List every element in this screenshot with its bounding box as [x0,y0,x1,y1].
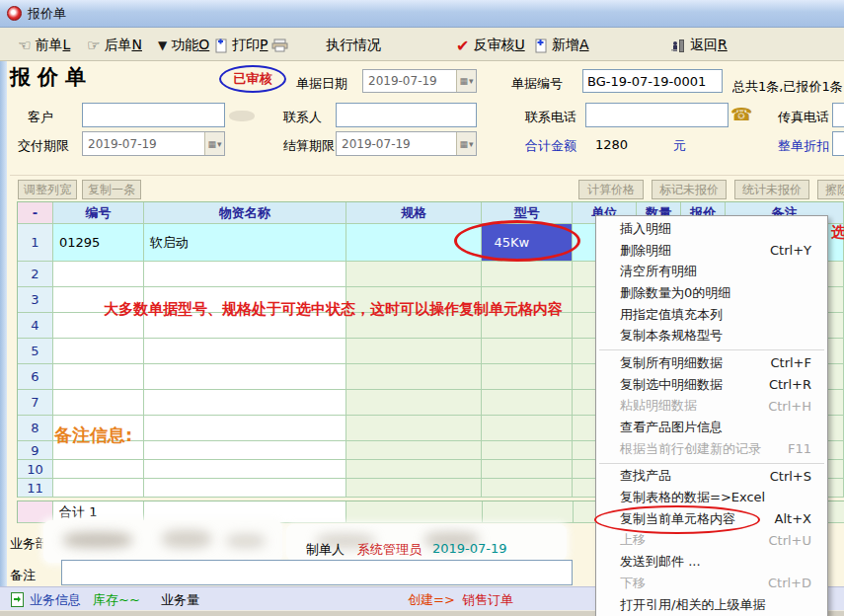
cell-r11-c1[interactable] [53,479,144,498]
menu-item-6[interactable]: 复制所有明细数据Ctrl+F [596,352,827,374]
exit-door-icon [671,38,686,53]
calendar-dropdown-icon[interactable]: ▦▾ [204,132,224,155]
exec-status-button[interactable]: 执行情况 [326,36,381,55]
cell-r9-c3[interactable] [346,441,483,460]
cell-r7-c4[interactable] [482,390,573,416]
column-header-4[interactable]: 型号 [482,202,573,224]
doc-no-input[interactable] [582,69,723,93]
cell-r10-c4[interactable] [482,460,573,479]
menu-item-13[interactable]: 复制当前单元格内容Alt+X [596,508,827,530]
cell-r6-c4[interactable] [482,364,573,390]
functions-button[interactable]: ▼ 功能O [158,36,209,55]
customer-input[interactable] [82,103,225,127]
row-number: 6 [18,364,53,390]
menu-item-1[interactable]: 删除明细Ctrl+Y [596,240,827,262]
cell-r10-c3[interactable] [346,460,483,479]
phone-input[interactable] [585,103,729,127]
status-create[interactable]: 创建=> [408,591,455,609]
menu-item-9[interactable]: 查看产品图片信息 [596,417,827,438]
grid-button-right-1[interactable]: 标记未报价 [652,180,727,199]
cell-r8-c3[interactable] [346,416,483,441]
menu-item-15[interactable]: 发送到邮件 ... [596,551,827,573]
cell-r6-c2[interactable] [144,364,346,390]
total-amount-label: 合计金额 [525,137,576,155]
cell-r6-c3[interactable] [346,364,483,390]
menu-item-2[interactable]: 清空所有明细 [596,261,827,282]
settle-date-picker[interactable]: 2019-07-19 ▦▾ [336,131,477,156]
cell-r2-c4[interactable] [482,262,573,287]
status-sales-order[interactable]: 销售订单 [462,591,513,609]
unaudit-button[interactable]: ✔ 反审核U [456,36,525,55]
row-number: 3 [18,287,53,313]
print-button[interactable]: 打印P [215,36,288,55]
menu-item-12[interactable]: 复制表格的数据=>Excel [596,487,827,508]
status-volume[interactable]: 业务量 [161,591,199,609]
cell-r7-c1[interactable] [53,390,144,416]
cell-r5-c4[interactable] [482,339,573,364]
prev-doc-button[interactable]: ☜ 前单L [18,36,70,55]
remark-input[interactable] [61,560,573,585]
menu-item-4[interactable]: 用指定值填充本列 [596,304,827,326]
cell-r9-c2[interactable] [144,441,346,460]
maker-label: 制单人 [306,541,345,559]
menu-item-7[interactable]: 复制选中明细数据Ctrl+R [596,374,827,396]
cell-r8-c4[interactable] [482,416,573,441]
cell-r10-c2[interactable] [144,460,346,479]
down-arrow-icon: ▼ [158,38,167,52]
telephone-icon[interactable]: ☎ [730,104,752,124]
status-business-info[interactable]: 业务信息 [30,591,81,609]
return-button[interactable]: 返回R [671,36,728,55]
calendar-dropdown-icon[interactable]: ▦▾ [456,70,476,92]
status-stock[interactable]: 库存~~ [93,591,140,609]
cell-r8-c2[interactable] [144,416,346,441]
column-header-1[interactable]: 编号 [53,202,144,224]
grid-button-right-3[interactable]: 擦除 [817,180,844,199]
title-bar: 报价单 [0,0,844,28]
menu-item-0[interactable]: 插入明细 [596,218,827,240]
delivery-date-picker[interactable]: 2019-07-19 ▦▾ [82,131,225,156]
refresh-doc-icon [11,592,24,607]
cell-r5-c2[interactable] [144,339,346,364]
cell-r11-c4[interactable] [482,479,573,498]
fax-input[interactable] [832,103,844,127]
add-new-button[interactable]: 新增A [535,36,589,55]
cell-r1-c1[interactable]: 01295 [53,224,144,262]
cell-r7-c3[interactable] [346,390,483,416]
cell-r1-c2[interactable]: 软启动 [144,224,346,262]
column-header-2[interactable]: 物资名称 [144,202,346,224]
cell-r1-c4[interactable]: 45Kw [482,224,573,262]
column-header-0[interactable]: - [18,202,53,224]
cell-r2-c3[interactable] [346,262,483,287]
column-header-3[interactable]: 规格 [346,202,483,224]
discount-input[interactable] [832,131,844,156]
cell-r5-c1[interactable] [53,339,144,364]
cell-r6-c1[interactable] [53,364,144,390]
grid-button-left-1[interactable]: 复制一条 [82,180,141,199]
next-doc-button[interactable]: ☞ 后单N [87,36,142,55]
contact-input[interactable] [336,103,477,127]
grid-button-right-2[interactable]: 统计未报价 [734,180,809,199]
doc-date-picker[interactable]: 2019-07-19 ▦▾ [362,69,477,93]
row-number: 9 [18,441,53,460]
row-number: 5 [18,339,53,364]
cell-r5-c3[interactable] [346,339,483,364]
page-title: 报价单 [10,63,93,91]
cell-r1-c3[interactable] [346,224,483,262]
cell-r7-c2[interactable] [144,390,346,416]
cell-r10-c1[interactable] [53,460,144,479]
menu-item-14: 上移Ctrl+U [596,530,827,552]
cell-r9-c4[interactable] [482,441,573,460]
grid-button-right-0[interactable]: 计算价格 [578,180,644,199]
calendar-dropdown-icon[interactable]: ▦▾ [456,132,476,155]
menu-item-3[interactable]: 删除数量为0的明细 [596,282,827,304]
cell-r2-c1[interactable] [53,262,144,287]
menu-separator [599,463,824,464]
menu-item-17[interactable]: 打开引用/相关的上级单据 [596,594,827,616]
cell-r11-c2[interactable] [144,479,346,498]
menu-item-11[interactable]: 查找产品Ctrl+S [596,466,827,488]
menu-item-5[interactable]: 复制本条规格型号 [596,325,827,346]
grid-button-left-0[interactable]: 调整列宽 [18,180,77,199]
settle-label: 结算期限 [283,137,335,155]
cell-r11-c3[interactable] [346,479,483,498]
cell-r2-c2[interactable] [144,262,346,287]
